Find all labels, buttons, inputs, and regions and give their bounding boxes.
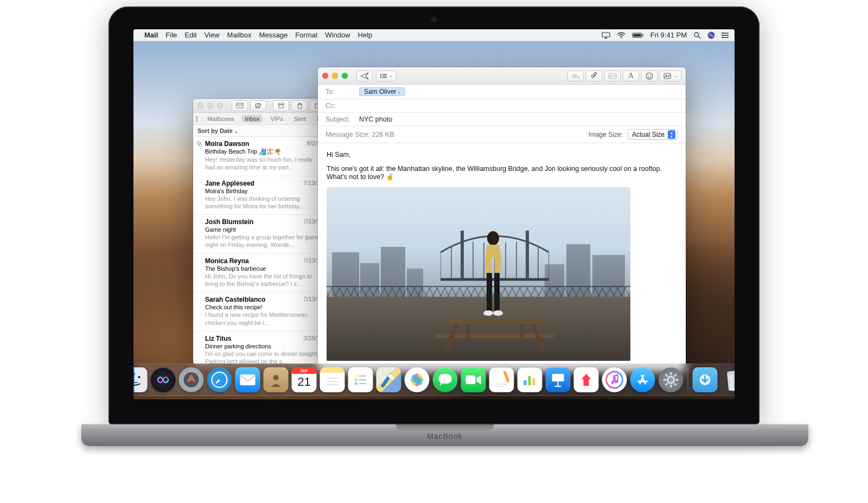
compose-body[interactable]: Hi Sam, This one's got it all: the Manha…	[318, 143, 686, 372]
close-button[interactable]	[197, 103, 203, 109]
subject-field-row[interactable]: Subject: NYC photo	[318, 113, 686, 126]
message-subject: Moira's Birthday	[205, 188, 323, 194]
svg-point-25	[380, 77, 381, 78]
format-button[interactable]: A	[623, 71, 639, 81]
fav-mailboxes[interactable]: Mailboxes	[204, 115, 238, 123]
message-item[interactable]: 📎Moira Dawson8/2/18Birthday Beach Trip 🏄…	[193, 137, 329, 176]
dock-pages[interactable]	[489, 367, 514, 392]
wifi-icon[interactable]	[617, 32, 626, 39]
siri-icon[interactable]	[707, 31, 715, 39]
message-item[interactable]: Sarah Castelblanco7/13/18Check out this …	[193, 292, 329, 332]
emoji-button[interactable]	[641, 71, 658, 81]
compose-titlebar[interactable]: ⌄ A	[318, 67, 686, 85]
dock-itunes[interactable]	[602, 367, 627, 392]
fav-sent[interactable]: Sent	[291, 115, 310, 123]
message-preview: Hi John, Do you have the list of things …	[205, 272, 323, 288]
svg-point-28	[610, 74, 611, 75]
sidebar-toggle-icon[interactable]	[196, 116, 197, 122]
svg-rect-69	[466, 375, 476, 384]
menu-edit[interactable]: Edit	[184, 31, 196, 39]
image-size-select[interactable]: Actual Size ▴▾	[627, 129, 678, 140]
archive-button[interactable]	[273, 100, 289, 111]
minimize-button[interactable]	[207, 103, 213, 109]
menu-view[interactable]: View	[205, 31, 220, 39]
message-sender: Moira Dawson	[205, 140, 249, 148]
dock-trash[interactable]	[721, 367, 735, 392]
dock-finder[interactable]	[133, 367, 148, 392]
get-mail-button[interactable]	[232, 100, 248, 111]
dock-numbers[interactable]	[518, 367, 542, 392]
dock-photos[interactable]	[405, 367, 430, 392]
zoom-button[interactable]	[342, 73, 348, 79]
dock-safari[interactable]	[207, 367, 232, 392]
message-list[interactable]: 📎Moira Dawson8/2/18Birthday Beach Trip 🏄…	[193, 137, 329, 365]
spotlight-icon[interactable]	[693, 31, 701, 39]
menu-help[interactable]: Help	[358, 31, 373, 39]
message-item[interactable]: Liz Titus3/19/18Dinner parking direction…	[193, 332, 329, 365]
dock-downloads[interactable]	[693, 367, 718, 392]
reply-button[interactable]	[567, 71, 584, 81]
dock-system-preferences[interactable]	[659, 367, 684, 392]
favorites-bar: Mailboxes Inbox VIPs Sent Drafts	[193, 113, 329, 125]
svg-point-54	[273, 375, 279, 380]
dock-calendar[interactable]: SEP 21	[292, 367, 317, 392]
notification-center-icon[interactable]	[722, 32, 729, 39]
macbook-label: MacBook	[427, 432, 462, 441]
svg-point-13	[722, 36, 723, 37]
fav-inbox[interactable]: Inbox	[242, 115, 263, 123]
message-item[interactable]: Josh Blumstein7/13/18Game nightHello! I'…	[193, 215, 329, 254]
svg-point-12	[722, 34, 723, 35]
recipient-token[interactable]: Sam Oliver⌄	[359, 87, 405, 96]
menu-file[interactable]: File	[165, 31, 177, 39]
fav-vips[interactable]: VIPs	[267, 115, 286, 123]
menu-format[interactable]: Format	[295, 31, 317, 39]
airplay-icon[interactable]	[602, 32, 610, 39]
dock-launchpad[interactable]	[179, 367, 204, 392]
dock-separator	[688, 368, 688, 392]
size-row: Message Size: 228 KB Image Size: Actual …	[318, 126, 686, 143]
photo-browser-button[interactable]: ⌄	[660, 71, 681, 81]
message-item[interactable]: Monica Reyna7/13/18The Bishop's barbecue…	[193, 254, 329, 293]
dock-reminders[interactable]	[348, 367, 373, 392]
chevron-down-icon: ⌄	[397, 89, 401, 94]
message-item[interactable]: Jane Appleseed7/13/18Moira's BirthdayHey…	[193, 176, 329, 215]
dock-siri[interactable]	[151, 367, 176, 392]
sort-bar[interactable]: Sort by Date ⌄	[193, 125, 329, 137]
menubar: Mail File Edit View Mailbox Message Form…	[133, 29, 735, 41]
menubar-clock[interactable]: Fri 9:41 PM	[650, 31, 687, 39]
to-field-row[interactable]: To: Sam Oliver⌄	[318, 85, 686, 99]
dock-messages[interactable]	[433, 367, 458, 392]
subject-value[interactable]: NYC photo	[359, 116, 392, 123]
send-button[interactable]	[356, 71, 373, 81]
inbox-titlebar[interactable]	[193, 99, 329, 113]
zoom-button[interactable]	[217, 103, 223, 109]
attach-button[interactable]	[586, 71, 602, 81]
dock-maps[interactable]	[376, 367, 401, 392]
dock-facetime[interactable]	[461, 367, 486, 392]
menu-app[interactable]: Mail	[144, 31, 158, 39]
dock-appstore[interactable]	[630, 367, 655, 392]
compose-window: ⌄ A	[318, 67, 686, 372]
markup-button[interactable]	[604, 71, 621, 81]
battery-icon[interactable]	[632, 32, 644, 39]
menu-window[interactable]: Window	[325, 31, 350, 39]
cc-field-row[interactable]: Cc:	[318, 99, 686, 113]
svg-point-46	[483, 310, 493, 316]
chevron-down-icon: ⌄	[389, 73, 393, 78]
dock-notes[interactable]	[320, 367, 345, 392]
message-sender: Jane Appleseed	[205, 180, 254, 187]
minimize-button[interactable]	[332, 73, 338, 79]
dock-keynote[interactable]	[546, 367, 571, 392]
menu-message[interactable]: Message	[259, 31, 288, 39]
header-fields-button[interactable]: ⌄	[376, 71, 397, 81]
dock-news[interactable]	[574, 367, 599, 392]
person-shape	[478, 231, 508, 323]
close-button[interactable]	[322, 73, 328, 79]
dock-mail[interactable]	[235, 367, 260, 392]
attached-image[interactable]	[327, 187, 630, 361]
menu-mailbox[interactable]: Mailbox	[227, 31, 252, 39]
delete-button[interactable]	[291, 100, 308, 111]
message-subject: Check out this recipe!	[205, 304, 323, 310]
compose-button[interactable]	[250, 100, 266, 111]
dock-contacts[interactable]	[264, 367, 289, 392]
